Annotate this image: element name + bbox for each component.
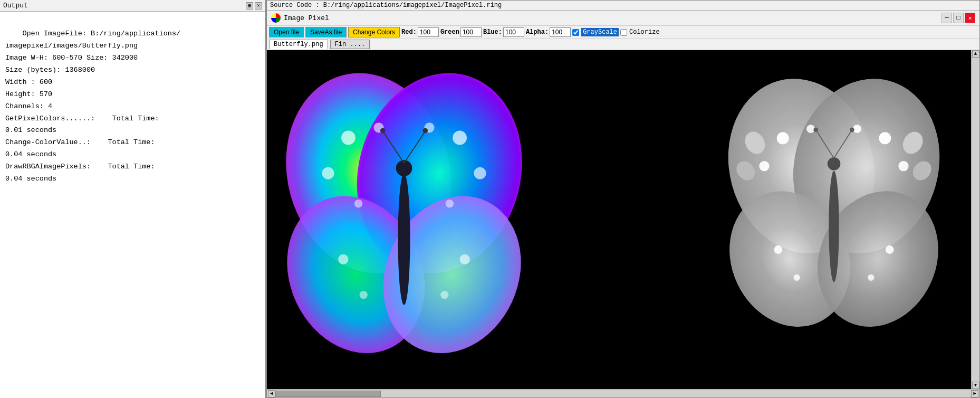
image-area — [267, 50, 971, 389]
output-content: Open ImageFile: B:/ring/applications/ im… — [0, 12, 265, 398]
red-label: Red: — [401, 29, 417, 36]
colorize-checkbox[interactable] — [620, 29, 627, 36]
svg-point-10 — [474, 167, 486, 179]
green-label: Green — [440, 29, 459, 36]
alpha-input[interactable] — [550, 27, 571, 37]
svg-point-12 — [338, 254, 348, 264]
h-scroll-thumb[interactable] — [275, 391, 381, 397]
tab-fin[interactable]: Fin .... — [330, 40, 370, 49]
scroll-right-button[interactable]: ► — [971, 390, 978, 397]
svg-point-31 — [806, 125, 815, 133]
source-code-bar: Source Code : B:/ring/applications/image… — [267, 1, 979, 11]
svg-point-33 — [879, 132, 891, 144]
svg-point-36 — [774, 245, 782, 254]
svg-point-30 — [777, 132, 789, 144]
toolbar: Open file SaveAs file Change Colors Red:… — [267, 26, 979, 39]
alpha-label: Alpha: — [526, 29, 549, 36]
image-pixel-window: Source Code : B:/ring/applications/image… — [266, 0, 980, 398]
butterfly-gray — [718, 61, 950, 346]
grayscale-checkbox[interactable] — [572, 29, 579, 36]
svg-point-38 — [886, 245, 894, 254]
svg-point-35 — [898, 161, 908, 171]
alpha-field: Alpha: — [526, 27, 571, 37]
vertical-scrollbar: ▲ ▼ — [971, 50, 979, 389]
output-text: Open ImageFile: B:/ring/applications/ im… — [5, 30, 180, 183]
tab-butterfly[interactable]: Butterfly.png — [269, 40, 328, 49]
svg-point-8 — [453, 131, 467, 145]
output-panel: Output ▣ ✕ Open ImageFile: B:/ring/appli… — [0, 0, 266, 398]
maximize-button[interactable]: □ — [953, 13, 964, 23]
change-colors-button[interactable]: Change Colors — [348, 27, 400, 37]
svg-point-41 — [828, 157, 841, 170]
colorize-label[interactable]: Colorize — [629, 29, 660, 36]
green-field: Green — [440, 27, 482, 37]
svg-point-7 — [354, 200, 362, 207]
scroll-down-button[interactable]: ▼ — [972, 382, 979, 389]
butterfly-colorful — [277, 61, 531, 367]
blue-input[interactable] — [503, 27, 524, 37]
image-area-wrapper: ▲ ▼ — [267, 50, 979, 389]
svg-point-39 — [868, 274, 874, 281]
svg-point-37 — [793, 274, 800, 281]
app-title-bar: Image Pixel ─ □ ✕ — [267, 11, 979, 26]
svg-point-14 — [460, 254, 470, 264]
red-input[interactable] — [418, 27, 439, 37]
svg-point-32 — [759, 161, 769, 171]
svg-point-21 — [423, 128, 428, 134]
output-minimize-icon[interactable]: ▣ — [246, 2, 253, 10]
output-title-bar: Output ▣ ✕ — [0, 0, 265, 12]
blue-label: Blue: — [483, 29, 502, 36]
grayscale-group: GrayScale — [572, 28, 619, 36]
scroll-up-button[interactable]: ▲ — [972, 50, 979, 58]
svg-point-6 — [322, 167, 334, 179]
open-file-button[interactable]: Open file — [269, 27, 304, 37]
app-title-label: Image Pixel — [284, 14, 938, 22]
source-code-label: Source Code : B:/ring/applications/image… — [270, 2, 502, 9]
output-title-icons: ▣ ✕ — [246, 2, 262, 10]
svg-point-43 — [813, 128, 818, 132]
svg-point-4 — [341, 131, 356, 145]
svg-point-40 — [829, 170, 839, 282]
close-button[interactable]: ✕ — [965, 13, 975, 23]
window-controls: ─ □ ✕ — [941, 13, 975, 23]
svg-point-34 — [853, 125, 861, 133]
colorize-group: Colorize — [620, 29, 660, 36]
save-as-button[interactable]: SaveAs file — [305, 27, 347, 37]
svg-point-19 — [380, 128, 386, 134]
green-input[interactable] — [460, 27, 482, 37]
output-title-label: Output — [3, 2, 28, 10]
svg-point-13 — [360, 291, 368, 299]
blue-field: Blue: — [483, 27, 524, 37]
svg-point-16 — [398, 173, 410, 305]
svg-point-15 — [440, 291, 448, 299]
red-field: Red: — [401, 27, 439, 37]
tabs-row: Butterfly.png Fin .... — [267, 39, 979, 50]
svg-point-45 — [850, 128, 854, 132]
output-close-icon[interactable]: ✕ — [255, 2, 262, 10]
app-icon — [271, 13, 281, 23]
grayscale-label[interactable]: GrayScale — [581, 28, 619, 36]
horizontal-scrollbar: ◄ ► — [267, 389, 979, 397]
minimize-button[interactable]: ─ — [941, 13, 952, 23]
svg-point-11 — [446, 200, 454, 207]
scroll-left-button[interactable]: ◄ — [268, 390, 275, 397]
